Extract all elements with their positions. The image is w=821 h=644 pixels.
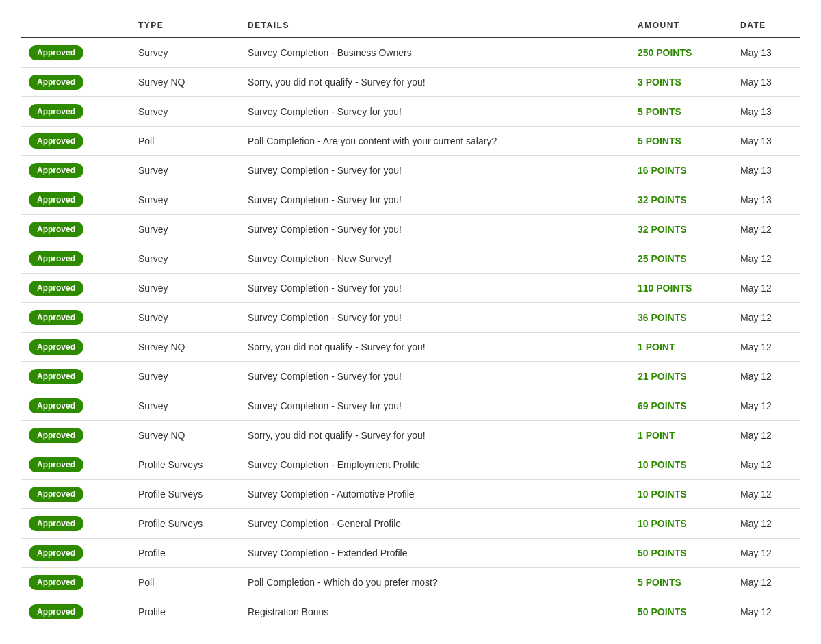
amount-value: 250 POINTS [638,47,692,58]
amount-value: 16 POINTS [638,165,687,176]
cell-type: Poll [130,568,239,597]
cell-type: Survey [130,156,239,185]
cell-details: Survey Completion - Survey for you! [239,391,629,421]
cell-details: Survey Completion - General Profile [239,509,629,539]
status-badge: Approved [29,457,83,472]
cell-status: Approved [21,303,130,333]
cell-details: Survey Completion - Employment Profile [239,450,629,480]
status-badge: Approved [29,428,83,443]
cell-date: May 12 [732,362,800,391]
cell-amount: 21 POINTS [629,362,732,391]
status-badge: Approved [29,163,83,178]
cell-amount: 10 POINTS [629,480,732,509]
cell-type: Profile Surveys [130,509,239,539]
cell-details: Poll Completion - Which do you prefer mo… [239,568,629,597]
status-badge: Approved [29,398,83,413]
cell-amount: 50 POINTS [629,539,732,568]
status-badge: Approved [29,45,83,60]
table-body: ApprovedSurveySurvey Completion - Busine… [21,38,800,626]
table-row: ApprovedSurveySurvey Completion - Survey… [21,215,800,244]
cell-details: Survey Completion - Extended Profile [239,539,629,568]
cell-details: Survey Completion - Business Owners [239,38,629,68]
cell-details: Sorry, you did not qualify - Survey for … [239,68,629,97]
header-status [21,14,130,38]
cell-amount: 10 POINTS [629,450,732,480]
cell-amount: 25 POINTS [629,244,732,274]
cell-status: Approved [21,127,130,156]
table-row: ApprovedSurveySurvey Completion - Survey… [21,97,800,127]
cell-amount: 250 POINTS [629,38,732,68]
transactions-table: TYPE DETAILS AMOUNT DATE ApprovedSurveyS… [21,14,800,626]
cell-status: Approved [21,185,130,215]
status-badge: Approved [29,487,83,502]
table-row: ApprovedSurveySurvey Completion - Survey… [21,362,800,391]
cell-status: Approved [21,68,130,97]
cell-type: Survey [130,362,239,391]
cell-date: May 13 [732,127,800,156]
status-badge: Approved [29,192,83,207]
amount-value: 10 POINTS [638,459,687,470]
header-type: TYPE [130,14,239,38]
amount-value: 1 POINT [638,430,675,441]
amount-value: 1 POINT [638,342,675,352]
cell-details: Poll Completion - Are you content with y… [239,127,629,156]
cell-type: Profile [130,597,239,627]
table-row: ApprovedSurveySurvey Completion - Survey… [21,303,800,333]
cell-details: Sorry, you did not qualify - Survey for … [239,421,629,450]
cell-date: May 13 [732,156,800,185]
status-badge: Approved [29,369,83,384]
status-badge: Approved [29,310,83,325]
transactions-table-container: TYPE DETAILS AMOUNT DATE ApprovedSurveyS… [0,0,821,640]
cell-type: Survey [130,303,239,333]
header-details: DETAILS [239,14,629,38]
cell-date: May 12 [732,274,800,303]
amount-value: 50 POINTS [638,606,687,617]
amount-value: 69 POINTS [638,400,687,411]
cell-date: May 12 [732,539,800,568]
cell-status: Approved [21,597,130,627]
cell-type: Survey NQ [130,333,239,362]
status-badge: Approved [29,104,83,119]
cell-date: May 12 [732,480,800,509]
cell-amount: 32 POINTS [629,215,732,244]
header-amount: AMOUNT [629,14,732,38]
cell-status: Approved [21,215,130,244]
cell-status: Approved [21,480,130,509]
cell-status: Approved [21,509,130,539]
cell-amount: 69 POINTS [629,391,732,421]
amount-value: 32 POINTS [638,224,687,235]
cell-type: Survey [130,215,239,244]
amount-value: 3 POINTS [638,77,681,88]
cell-amount: 3 POINTS [629,68,732,97]
table-header-row: TYPE DETAILS AMOUNT DATE [21,14,800,38]
amount-value: 21 POINTS [638,371,687,382]
cell-details: Survey Completion - Survey for you! [239,97,629,127]
cell-status: Approved [21,244,130,274]
amount-value: 50 POINTS [638,548,687,558]
cell-status: Approved [21,391,130,421]
cell-type: Survey [130,274,239,303]
cell-date: May 12 [732,568,800,597]
cell-type: Survey [130,97,239,127]
cell-amount: 50 POINTS [629,597,732,627]
cell-date: May 12 [732,450,800,480]
cell-details: Survey Completion - New Survey! [239,244,629,274]
amount-value: 5 POINTS [638,136,681,146]
cell-amount: 110 POINTS [629,274,732,303]
header-date: DATE [732,14,800,38]
cell-amount: 5 POINTS [629,568,732,597]
cell-status: Approved [21,333,130,362]
cell-status: Approved [21,38,130,68]
table-row: ApprovedProfileSurvey Completion - Exten… [21,539,800,568]
status-badge: Approved [29,133,83,149]
table-row: ApprovedSurveySurvey Completion - Busine… [21,38,800,68]
table-row: ApprovedSurveySurvey Completion - Survey… [21,156,800,185]
status-badge: Approved [29,516,83,531]
amount-value: 25 POINTS [638,253,687,264]
cell-date: May 12 [732,333,800,362]
amount-value: 110 POINTS [638,283,692,294]
amount-value: 10 POINTS [638,518,687,529]
cell-type: Survey NQ [130,421,239,450]
cell-type: Profile [130,539,239,568]
cell-date: May 13 [732,38,800,68]
